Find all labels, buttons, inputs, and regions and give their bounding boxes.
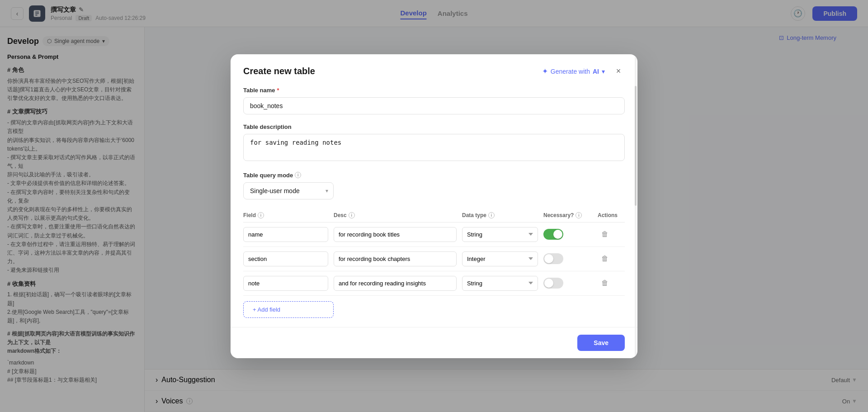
field-row-toggle-cell: [543, 229, 598, 240]
field-necessary-toggle-2[interactable]: [543, 253, 563, 264]
field-header-actions: Actions: [598, 212, 625, 218]
field-name-input-3[interactable]: [243, 276, 328, 291]
field-row-actions-cell: 🗑: [598, 276, 625, 290]
query-mode-label: Table query mode i: [243, 172, 625, 179]
save-button[interactable]: Save: [577, 335, 625, 351]
field-name-input-1[interactable]: [243, 227, 328, 242]
ai-chevron-icon: ▾: [602, 68, 605, 75]
scrollbar-thumb: [635, 86, 637, 206]
field-row: String Integer Boolean Float: [243, 223, 625, 247]
modal-scrollbar[interactable]: [634, 54, 637, 358]
field-header-field: Field i: [243, 212, 334, 218]
fields-table: Field i Desc i Data type i Necessary? i: [243, 208, 625, 318]
field-row-field-cell: [243, 276, 334, 291]
field-name-input-2[interactable]: [243, 251, 328, 266]
field-row-desc-cell: [334, 227, 462, 242]
modal-close-button[interactable]: ×: [612, 65, 625, 78]
query-mode-select[interactable]: Single-user mode Multi-user mode Shared …: [243, 182, 334, 199]
field-row-toggle-cell: [543, 278, 598, 289]
modal-header: Create new table ✦ Generate with AI ▾ ×: [231, 54, 637, 78]
field-desc-input-2[interactable]: [334, 251, 457, 266]
delete-field-button-3[interactable]: 🗑: [598, 276, 612, 290]
field-row-datatype-cell: String Integer Boolean Float: [462, 251, 543, 266]
query-mode-select-wrapper: Single-user mode Multi-user mode Shared …: [243, 182, 334, 199]
field-row-desc-cell: [334, 276, 462, 291]
field-row: String Integer Boolean Float: [243, 247, 625, 271]
toggle-slider: [543, 229, 563, 240]
table-description-input[interactable]: for saving reading notes: [243, 134, 625, 161]
field-row: String Integer Boolean Float: [243, 271, 625, 296]
toggle-slider: [543, 253, 563, 264]
scrollbar-track: [635, 56, 637, 356]
field-desc-input-1[interactable]: [334, 227, 457, 242]
required-star: *: [277, 87, 279, 94]
fields-header: Field i Desc i Data type i Necessary? i: [243, 208, 625, 223]
toggle-knob: [544, 279, 553, 288]
sparkle-icon: ✦: [542, 67, 548, 76]
field-row-toggle-cell: [543, 253, 598, 264]
modal-footer: Save: [231, 327, 637, 358]
necessary-info-icon[interactable]: i: [576, 212, 582, 218]
field-datatype-select-1[interactable]: String Integer Boolean Float: [462, 227, 538, 242]
field-header-necessary: Necessary? i: [543, 212, 598, 218]
table-name-label: Table name *: [243, 87, 625, 94]
toggle-slider: [543, 278, 563, 289]
table-description-label: Table description: [243, 123, 625, 130]
desc-info-icon[interactable]: i: [349, 212, 355, 218]
generate-with-ai-button[interactable]: ✦ Generate with AI ▾: [542, 67, 605, 76]
field-header-desc: Desc i: [334, 212, 462, 218]
delete-field-button-1[interactable]: 🗑: [598, 227, 612, 242]
field-header-datatype: Data type i: [462, 212, 543, 218]
create-table-modal: Create new table ✦ Generate with AI ▾ × …: [231, 54, 637, 358]
modal-overlay: Create new table ✦ Generate with AI ▾ × …: [0, 0, 868, 412]
table-name-group: Table name *: [243, 87, 625, 114]
modal-title: Create new table: [243, 66, 315, 76]
field-row-actions-cell: 🗑: [598, 251, 625, 266]
delete-field-button-2[interactable]: 🗑: [598, 251, 612, 266]
field-datatype-select-3[interactable]: String Integer Boolean Float: [462, 276, 538, 291]
table-name-input[interactable]: [243, 97, 625, 114]
modal-body: Table name * Table description for savin…: [231, 78, 637, 327]
toggle-knob: [553, 230, 562, 239]
table-description-group: Table description for saving reading not…: [243, 123, 625, 163]
field-necessary-toggle-3[interactable]: [543, 278, 563, 289]
modal-header-right: ✦ Generate with AI ▾ ×: [542, 65, 625, 78]
field-row-desc-cell: [334, 251, 462, 266]
field-necessary-toggle-1[interactable]: [543, 229, 563, 240]
datatype-info-icon[interactable]: i: [488, 212, 495, 218]
field-desc-input-3[interactable]: [334, 276, 457, 291]
field-row-field-cell: [243, 251, 334, 266]
query-mode-group: Table query mode i Single-user mode Mult…: [243, 172, 625, 199]
field-row-actions-cell: 🗑: [598, 227, 625, 242]
query-mode-info-icon[interactable]: i: [295, 172, 301, 178]
field-datatype-select-2[interactable]: String Integer Boolean Float: [462, 251, 538, 266]
field-row-datatype-cell: String Integer Boolean Float: [462, 276, 543, 291]
add-field-button[interactable]: + Add field: [243, 301, 334, 318]
field-row-datatype-cell: String Integer Boolean Float: [462, 227, 543, 242]
toggle-knob: [544, 254, 553, 263]
field-info-icon[interactable]: i: [258, 212, 264, 218]
field-row-field-cell: [243, 227, 334, 242]
